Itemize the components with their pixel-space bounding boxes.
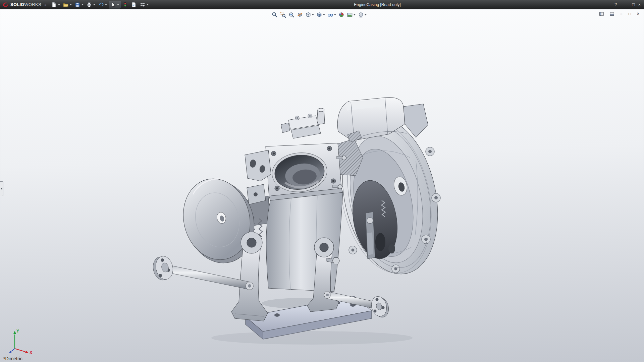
select-cursor-icon: [110, 2, 116, 8]
options-button[interactable]: [139, 1, 150, 8]
minimize-button[interactable]: –: [626, 2, 629, 7]
file-properties-icon: [131, 2, 137, 8]
view-orientation-cube-icon: [305, 12, 311, 18]
view-orientation-flyout-arrow[interactable]: [312, 14, 314, 15]
options-sliders-icon: [140, 2, 146, 8]
window-controls: ? – □ ×: [614, 0, 641, 9]
print-flyout-arrow[interactable]: [93, 4, 95, 5]
document-restore-button[interactable]: □: [629, 11, 631, 16]
collapse-arrow-icon: [1, 187, 2, 190]
view-orientation-button[interactable]: [305, 11, 315, 18]
undo-arrow-icon: [98, 2, 104, 8]
document-close-button[interactable]: ×: [637, 11, 639, 16]
apply-scene-button[interactable]: [346, 11, 356, 18]
apply-scene-flyout-arrow[interactable]: [354, 14, 356, 15]
edit-appearance-button[interactable]: [338, 11, 345, 18]
window-title: EngineCasing [Read-only]: [161, 0, 594, 9]
split-pane-icon[interactable]: [599, 12, 604, 16]
view-settings-sphere-icon: [358, 12, 364, 18]
zoom-to-area-button[interactable]: [279, 11, 287, 18]
graphics-viewport[interactable]: – □ × Y X *Dimetric: [0, 9, 644, 362]
undo-flyout-arrow[interactable]: [105, 4, 107, 5]
zoom-to-fit-icon: [272, 12, 278, 18]
engine-casing-model[interactable]: [0, 9, 644, 362]
save-floppy-icon: [74, 2, 80, 8]
hide-show-items-flyout-arrow[interactable]: [334, 14, 336, 15]
help-button[interactable]: ?: [614, 2, 617, 7]
previous-view-button[interactable]: [288, 11, 295, 18]
solidworks-logo-icon: [2, 1, 9, 8]
menu-bar-toolbar: [50, 1, 150, 8]
document-window-controls: – □ ×: [599, 11, 639, 16]
rebuild-traffic-light-icon: [122, 2, 128, 8]
printer-icon: [86, 2, 92, 8]
reference-triad: Y X: [5, 328, 35, 355]
close-button[interactable]: ×: [638, 2, 641, 7]
save-flyout-arrow[interactable]: [82, 4, 84, 5]
pane-display-icon[interactable]: [610, 12, 614, 16]
scene-photo-icon: [347, 12, 353, 18]
new-button[interactable]: [50, 1, 61, 8]
view-settings-button[interactable]: [357, 11, 367, 18]
new-document-icon: [51, 2, 57, 8]
view-settings-flyout-arrow[interactable]: [365, 14, 367, 15]
open-button[interactable]: [62, 1, 73, 8]
display-style-button[interactable]: [316, 11, 326, 18]
rebuild-button[interactable]: [121, 1, 129, 8]
options-flyout-arrow[interactable]: [147, 4, 149, 5]
save-button[interactable]: [73, 1, 85, 8]
appearance-ball-icon: [338, 12, 344, 18]
print-button[interactable]: [85, 1, 96, 8]
zoom-to-fit-button[interactable]: [271, 11, 278, 18]
titlebar: SOLIDWORKS »: [0, 0, 644, 9]
featuremanager-collapse-tab[interactable]: [0, 181, 3, 196]
section-view-icon: [297, 12, 303, 18]
brand-name: SOLIDWORKS: [10, 2, 41, 7]
zoom-to-area-icon: [280, 12, 286, 18]
view-orientation-label: *Dimetric: [3, 356, 22, 361]
display-style-flyout-arrow[interactable]: [323, 14, 325, 15]
open-folder-icon: [63, 2, 69, 8]
restore-button[interactable]: □: [632, 2, 635, 7]
triad-y-label: Y: [16, 329, 19, 334]
select-flyout-arrow[interactable]: [117, 4, 119, 5]
ground-shadow: [211, 331, 413, 345]
document-minimize-button[interactable]: –: [620, 11, 623, 16]
open-flyout-arrow[interactable]: [70, 4, 72, 5]
display-style-icon: [316, 12, 322, 18]
hide-show-items-button[interactable]: [327, 11, 337, 18]
previous-view-icon: [288, 12, 294, 18]
eyeglasses-icon: [327, 12, 333, 18]
brand: SOLIDWORKS: [0, 1, 43, 8]
new-flyout-arrow[interactable]: [58, 4, 60, 5]
heads-up-view-toolbar: [271, 11, 367, 18]
top-flange[interactable]: [266, 143, 346, 200]
triad-x-label: X: [30, 350, 32, 355]
intake-manifold[interactable]: [281, 108, 325, 138]
file-properties-button[interactable]: [130, 1, 138, 8]
select-button[interactable]: [109, 1, 120, 8]
section-view-button[interactable]: [296, 11, 304, 18]
undo-button[interactable]: [97, 1, 108, 8]
mount-rod-front[interactable]: [151, 255, 254, 290]
menu-overflow-chevron[interactable]: »: [45, 3, 47, 7]
